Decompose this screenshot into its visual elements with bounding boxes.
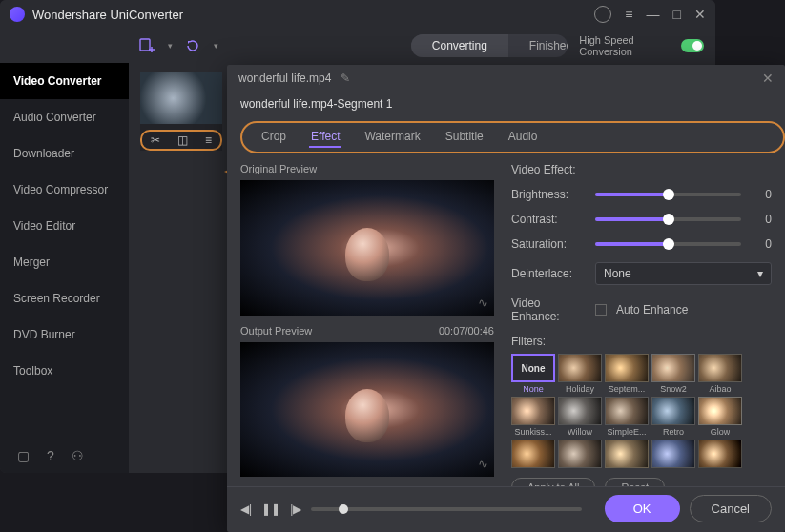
tab-finished[interactable]: Finished: [508, 34, 568, 57]
tutorial-icon[interactable]: ▢: [17, 448, 30, 463]
contrast-label: Contrast:: [511, 213, 586, 226]
menu-icon[interactable]: ≡: [625, 7, 632, 22]
brightness-value: 0: [751, 188, 772, 201]
auto-enhance-label: Auto Enhance: [616, 303, 688, 317]
video-enhance-label: Video Enhance:: [511, 297, 586, 323]
ok-button[interactable]: OK: [605, 495, 680, 522]
sidebar: Video Converter Audio Converter Download…: [0, 63, 129, 473]
editor-tabs: Crop Effect Watermark Subtitle Audio: [240, 121, 785, 153]
brightness-label: Brightness:: [511, 188, 586, 201]
original-preview: ∿: [240, 180, 494, 316]
sidebar-item-video-compressor[interactable]: Video Compressor: [0, 172, 129, 208]
filter-extra-1[interactable]: [558, 440, 602, 468]
filter-glow[interactable]: Glow: [698, 397, 742, 437]
file-card: ✂ ◫ ≡: [140, 72, 222, 151]
minimize-icon[interactable]: ―: [647, 7, 660, 22]
add-files-icon[interactable]: [138, 35, 156, 56]
refresh-icon[interactable]: [184, 35, 202, 56]
play-bar: ◀| ❚❚ |▶ OK Cancel: [227, 486, 785, 532]
tab-crop[interactable]: Crop: [259, 127, 288, 148]
original-preview-label: Original Preview: [240, 163, 494, 174]
toolbar: ▾ ▾ Converting Finished High Speed Conve…: [0, 29, 715, 63]
filter-sunkiss[interactable]: Sunkiss...: [511, 397, 555, 437]
watermark-icon: ∿: [478, 296, 488, 310]
hsc-toggle[interactable]: [681, 39, 704, 52]
maximize-icon[interactable]: □: [673, 7, 681, 22]
logo-icon: [10, 7, 25, 22]
filter-extra-3[interactable]: [651, 440, 695, 468]
output-preview: ∿: [240, 342, 494, 478]
time-display: 00:07/00:46: [439, 325, 494, 337]
timeline-slider[interactable]: [311, 507, 581, 511]
chevron-down-icon: ▾: [757, 267, 763, 280]
file-name: wonderful life.mp4: [238, 72, 331, 85]
sidebar-item-toolbox[interactable]: Toolbox: [0, 353, 129, 389]
contrast-value: 0: [751, 213, 772, 226]
sidebar-item-video-converter[interactable]: Video Converter: [0, 63, 129, 99]
filter-holiday[interactable]: Holiday: [558, 354, 602, 394]
tab-effect[interactable]: Effect: [309, 127, 341, 148]
users-icon[interactable]: ⚇: [72, 448, 84, 463]
app-title: Wondershare UniConverter: [32, 8, 594, 22]
status-tabs: Converting Finished: [411, 34, 568, 57]
hsc-label: High Speed Conversion: [579, 34, 673, 57]
filter-simplee[interactable]: SimpleE...: [605, 397, 649, 437]
sidebar-item-downloader[interactable]: Downloader: [0, 135, 129, 172]
file-edit-tools: ✂ ◫ ≡: [140, 130, 222, 151]
saturation-value: 0: [751, 237, 772, 251]
filter-snow2[interactable]: Snow2: [651, 354, 695, 394]
help-icon[interactable]: ?: [47, 448, 54, 463]
saturation-slider[interactable]: [595, 242, 741, 246]
output-preview-label: Output Preview: [240, 325, 312, 337]
tab-subtitle[interactable]: Subtitle: [444, 127, 485, 148]
sidebar-item-video-editor[interactable]: Video Editor: [0, 208, 129, 244]
effect-icon[interactable]: ≡: [205, 133, 212, 147]
filter-grid: NoneNoneHolidaySeptem...Snow2AibaoSunkis…: [511, 354, 772, 468]
tab-audio[interactable]: Audio: [506, 127, 540, 148]
cancel-button[interactable]: Cancel: [690, 495, 772, 522]
next-frame-icon[interactable]: |▶: [290, 502, 301, 516]
tab-converting[interactable]: Converting: [411, 34, 508, 57]
titlebar: Wondershare UniConverter ≡ ― □ ✕: [0, 0, 715, 29]
crop-icon[interactable]: ◫: [177, 133, 188, 147]
filter-aibao[interactable]: Aibao: [698, 354, 742, 394]
svg-rect-0: [140, 39, 150, 51]
auto-enhance-checkbox[interactable]: [595, 304, 607, 316]
filter-septem[interactable]: Septem...: [605, 354, 649, 394]
reset-button[interactable]: Reset: [605, 478, 665, 486]
watermark-icon: ∿: [478, 457, 488, 471]
sidebar-item-dvd-burner[interactable]: DVD Burner: [0, 317, 129, 353]
video-effect-label: Video Effect:: [511, 163, 586, 176]
filter-extra-2[interactable]: [605, 440, 649, 468]
filter-retro[interactable]: Retro: [651, 397, 695, 437]
contrast-slider[interactable]: [595, 217, 741, 221]
sidebar-item-screen-recorder[interactable]: Screen Recorder: [0, 280, 129, 317]
deinterlace-label: Deinterlace:: [511, 267, 586, 280]
tab-watermark[interactable]: Watermark: [362, 127, 422, 148]
rename-icon[interactable]: ✎: [341, 72, 350, 85]
close-icon[interactable]: ✕: [694, 7, 706, 22]
filter-none[interactable]: NoneNone: [511, 354, 555, 394]
segment-name: wonderful life.mp4-Segment 1: [227, 92, 785, 115]
scissors-icon[interactable]: ✂: [151, 133, 160, 147]
saturation-label: Saturation:: [511, 237, 586, 251]
effect-editor-modal: wonderful life.mp4 ✎ ✕ wonderful life.mp…: [227, 65, 785, 532]
filter-extra-4[interactable]: [698, 440, 742, 468]
account-icon[interactable]: [594, 6, 611, 23]
brightness-slider[interactable]: [595, 193, 741, 196]
sidebar-item-merger[interactable]: Merger: [0, 244, 129, 280]
filter-willow[interactable]: Willow: [558, 397, 602, 437]
pause-icon[interactable]: ❚❚: [261, 502, 280, 516]
file-thumbnail[interactable]: [140, 72, 222, 124]
filters-label: Filters:: [511, 335, 772, 348]
modal-close-icon[interactable]: ✕: [762, 71, 774, 86]
prev-frame-icon[interactable]: ◀|: [240, 502, 252, 516]
apply-to-all-button[interactable]: Apply to All: [511, 478, 595, 486]
sidebar-item-audio-converter[interactable]: Audio Converter: [0, 99, 129, 135]
deinterlace-select[interactable]: None▾: [595, 262, 772, 285]
filter-extra-0[interactable]: [511, 440, 555, 468]
